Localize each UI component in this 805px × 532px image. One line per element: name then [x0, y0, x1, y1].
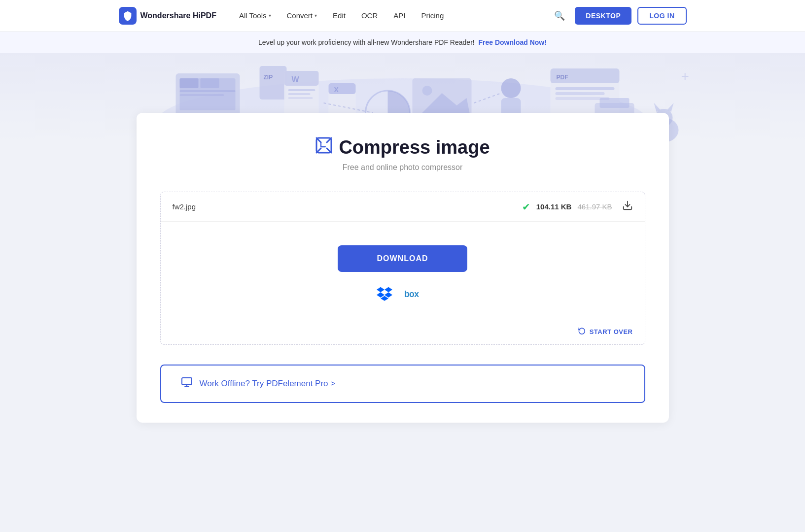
svg-rect-43	[182, 378, 192, 385]
download-file-button[interactable]	[622, 200, 633, 213]
start-over-button[interactable]: START OVER	[578, 327, 633, 336]
navbar: Wondershare HiPDF All Tools ▾ Convert ▾ …	[0, 0, 805, 32]
box-icon[interactable]: box	[404, 287, 429, 303]
svg-rect-28	[556, 92, 605, 95]
logo-area[interactable]: Wondershare HiPDF	[119, 7, 216, 25]
svg-point-21	[422, 86, 432, 96]
tool-title-text: Compress image	[339, 137, 490, 158]
svg-rect-12	[288, 89, 315, 91]
tool-card: Compress image Free and online photo com…	[137, 113, 669, 423]
nav-item-convert[interactable]: Convert ▾	[280, 7, 324, 24]
svg-text:PDF: PDF	[557, 74, 568, 81]
refresh-icon	[578, 327, 586, 336]
svg-rect-7	[260, 66, 287, 100]
desktop-button[interactable]: DESKTOP	[575, 7, 631, 25]
svg-rect-5	[180, 90, 236, 92]
nav-item-ocr[interactable]: OCR	[354, 7, 385, 24]
chevron-down-icon: ▾	[269, 13, 271, 18]
svg-rect-4	[201, 78, 219, 88]
tool-subtitle: Free and online photo compressor	[343, 163, 463, 172]
start-over-row: START OVER	[161, 323, 645, 344]
logo-icon	[119, 7, 137, 25]
banner-link[interactable]: Free Download Now!	[478, 38, 546, 46]
svg-text:box: box	[404, 289, 419, 299]
nav-links: All Tools ▾ Convert ▾ Edit OCR API Prici…	[232, 7, 546, 24]
search-button[interactable]: 🔍	[550, 6, 569, 25]
svg-rect-13	[288, 93, 311, 95]
main-content: Compress image Free and online photo com…	[0, 142, 805, 452]
download-arrow-icon	[622, 202, 633, 213]
svg-rect-14	[288, 97, 313, 99]
svg-rect-6	[180, 94, 224, 96]
svg-rect-16	[329, 83, 356, 94]
start-over-label: START OVER	[590, 328, 633, 335]
tool-title: Compress image	[315, 136, 490, 158]
file-row: fw2.jpg ✔ 104.11 KB 461.97 KB	[161, 192, 645, 222]
chevron-down-icon: ▾	[315, 13, 317, 18]
svg-rect-3	[180, 78, 199, 88]
success-icon: ✔	[522, 201, 530, 213]
nav-item-pricing[interactable]: Pricing	[414, 7, 451, 24]
svg-rect-31	[600, 98, 630, 108]
tool-title-area: Compress image Free and online photo com…	[160, 136, 645, 172]
nav-right: 🔍 DESKTOP LOG IN	[550, 6, 686, 25]
cloud-storage-icons: box	[377, 286, 429, 305]
svg-text:ZIP: ZIP	[264, 74, 273, 81]
nav-item-api[interactable]: API	[386, 7, 412, 24]
logo-text: Wondershare HiPDF	[140, 11, 216, 20]
nav-item-edit[interactable]: Edit	[326, 7, 352, 24]
file-size-new: 104.11 KB	[536, 202, 572, 211]
login-button[interactable]: LOG IN	[637, 7, 686, 25]
file-size-old: 461.97 KB	[577, 202, 612, 211]
svg-text:+: +	[681, 68, 689, 84]
promo-banner: Level up your work proficiency with all-…	[0, 32, 805, 54]
offline-banner-text: Work Offline? Try PDFelement Pro >	[200, 379, 336, 389]
dropbox-icon[interactable]	[377, 286, 392, 305]
download-area: DOWNLOAD box	[161, 222, 645, 323]
offline-banner[interactable]: Work Offline? Try PDFelement Pro >	[160, 365, 645, 403]
download-button[interactable]: DOWNLOAD	[338, 245, 468, 272]
search-icon: 🔍	[554, 11, 565, 21]
compress-icon	[315, 136, 333, 158]
nav-item-all-tools[interactable]: All Tools ▾	[232, 7, 278, 24]
banner-text: Level up your work proficiency with all-…	[258, 38, 475, 46]
svg-rect-27	[556, 87, 615, 90]
svg-rect-10	[284, 71, 319, 86]
monitor-icon	[181, 376, 193, 391]
svg-point-22	[501, 78, 521, 98]
file-section: fw2.jpg ✔ 104.11 KB 461.97 KB	[160, 192, 645, 345]
svg-text:X: X	[334, 86, 339, 94]
file-name: fw2.jpg	[173, 202, 522, 211]
svg-text:W: W	[292, 75, 300, 84]
file-size-info: ✔ 104.11 KB 461.97 KB	[522, 201, 612, 213]
